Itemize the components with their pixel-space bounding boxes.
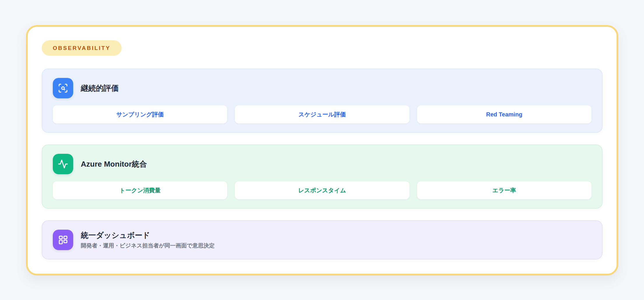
item-red-teaming[interactable]: Red Teaming — [417, 105, 592, 123]
item-scheduled-evaluation[interactable]: スケジュール評価 — [235, 105, 409, 123]
page-background: { "page": { "bg": "#f4f6f9" }, "panel": … — [0, 0, 644, 300]
item-error-rate[interactable]: エラー率 — [417, 181, 592, 199]
section-header: 継続的評価 — [53, 78, 592, 98]
item-response-time[interactable]: レスポンスタイム — [235, 181, 409, 199]
section-azure-monitor: Azure Monitor統合 トークン消費量 レスポンスタイム エラー率 — [42, 144, 603, 209]
section-items: サンプリング評価 スケジュール評価 Red Teaming — [53, 105, 592, 123]
item-sampling-evaluation[interactable]: サンプリング評価 — [53, 105, 227, 123]
layout-dashboard-icon — [53, 230, 73, 250]
item-token-consumption[interactable]: トークン消費量 — [53, 181, 227, 199]
section-title-block: 統一ダッシュボード 開発者・運用・ビジネス担当者が同一画面で意思決定 — [81, 231, 215, 249]
section-title: 継続的評価 — [81, 83, 119, 93]
section-header: 統一ダッシュボード 開発者・運用・ビジネス担当者が同一画面で意思決定 — [53, 230, 592, 250]
section-title: Azure Monitor統合 — [81, 159, 147, 169]
observability-panel: OBSERVABILITY 継続的評価 サンプリング評価 スケジュール評価 Re… — [26, 25, 618, 275]
activity-icon — [53, 154, 73, 174]
section-items: トークン消費量 レスポンスタイム エラー率 — [53, 181, 592, 199]
observability-badge: OBSERVABILITY — [42, 40, 122, 56]
section-header: Azure Monitor統合 — [53, 154, 592, 174]
section-subtitle: 開発者・運用・ビジネス担当者が同一画面で意思決定 — [81, 242, 215, 249]
section-unified-dashboard: 統一ダッシュボード 開発者・運用・ビジネス担当者が同一画面で意思決定 — [42, 220, 603, 259]
section-title: 統一ダッシュボード — [81, 231, 215, 240]
section-continuous-evaluation: 継続的評価 サンプリング評価 スケジュール評価 Red Teaming — [42, 69, 603, 133]
scan-search-icon — [53, 78, 73, 98]
